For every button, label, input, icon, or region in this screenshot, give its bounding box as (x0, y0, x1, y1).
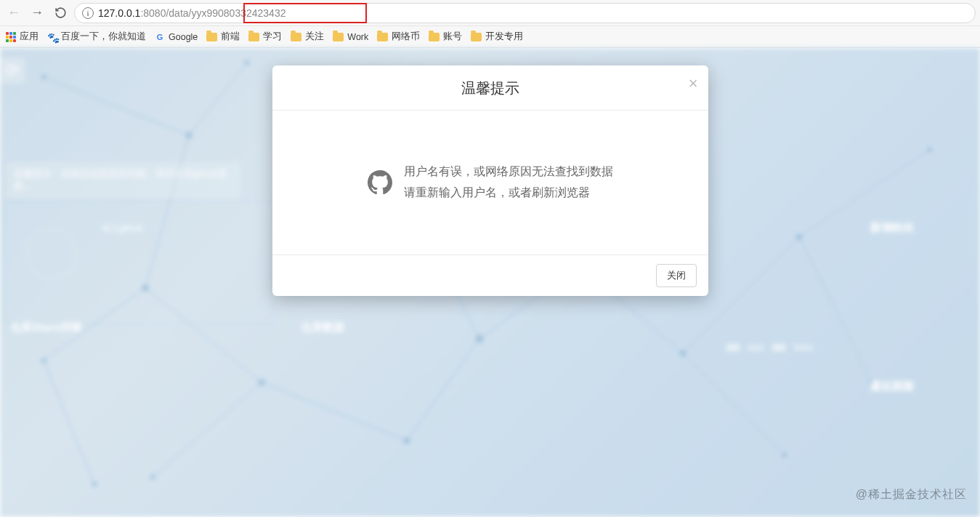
close-icon: × (689, 74, 698, 92)
bookmark-folder[interactable]: 账号 (429, 31, 462, 43)
bookmark-label: 账号 (443, 31, 462, 43)
bookmark-folder[interactable]: 学习 (248, 31, 282, 43)
bookmark-label: 关注 (305, 31, 324, 43)
bookmark-folder[interactable]: 开发专用 (471, 31, 523, 43)
modal-close-button[interactable]: × (689, 76, 698, 92)
bookmark-label: 前端 (221, 31, 240, 43)
browser-nav-bar: ← → i 127.0.0.1:8080/data/yyx99080332423… (0, 0, 980, 26)
modal-dialog: 温馨提示 × 用户名有误，或网络原因无法查找到数据 请重新输入用户名，或者刷新浏… (272, 65, 708, 296)
back-button[interactable]: ← (4, 4, 23, 23)
apps-grid-icon (6, 32, 16, 42)
bookmarks-bar: 应用 🐾 百度一下，你就知道 G Google 前端 学习 关注 Work 网络… (0, 26, 980, 48)
address-bar[interactable]: i 127.0.0.1:8080/data/yyx99080332423432 (74, 3, 976, 23)
modal-message: 用户名有误，或网络原因无法查找到数据 请重新输入用户名，或者刷新浏览器 (404, 161, 613, 204)
folder-icon (333, 33, 344, 41)
google-icon: G (155, 32, 165, 42)
bookmark-folder[interactable]: 网络币 (377, 31, 420, 43)
bookmark-folder[interactable]: Work (333, 32, 368, 42)
folder-icon (377, 33, 388, 41)
forward-button[interactable]: → (28, 4, 46, 23)
watermark: @稀土掘金技术社区 (856, 487, 967, 502)
site-info-icon[interactable]: i (82, 7, 94, 19)
bookmark-label: 网络币 (392, 31, 420, 43)
bookmark-label: Google (169, 32, 198, 42)
bookmark-folder[interactable]: 前端 (206, 31, 240, 43)
folder-icon (206, 33, 217, 41)
modal-header: 温馨提示 × (272, 65, 708, 111)
url-text: 127.0.0.1:8080/data/yyx99080332423432 (98, 7, 286, 19)
bookmark-label: Work (347, 32, 368, 42)
bookmark-item[interactable]: G Google (155, 32, 198, 42)
baidu-icon: 🐾 (47, 32, 57, 42)
folder-icon (291, 33, 301, 41)
folder-icon (471, 33, 482, 41)
modal-line2: 请重新输入用户名，或者刷新浏览器 (404, 183, 613, 204)
modal-body: 用户名有误，或网络原因无法查找到数据 请重新输入用户名，或者刷新浏览器 (272, 111, 708, 255)
bookmark-label: 百度一下，你就知道 (61, 31, 146, 43)
modal-line1: 用户名有误，或网络原因无法查找到数据 (404, 161, 613, 183)
bookmark-label: 开发专用 (485, 31, 523, 43)
modal-title: 温馨提示 (461, 80, 519, 96)
apps-label: 应用 (20, 31, 39, 43)
reload-button[interactable] (51, 4, 70, 23)
apps-button[interactable]: 应用 (6, 31, 39, 43)
bookmark-item[interactable]: 🐾 百度一下，你就知道 (47, 31, 146, 43)
bookmark-label: 学习 (263, 31, 282, 43)
folder-icon (429, 33, 440, 41)
modal-footer: 关闭 (272, 255, 708, 296)
github-icon (368, 170, 392, 195)
folder-icon (248, 33, 259, 41)
modal-close-footer-button[interactable]: 关闭 (656, 264, 697, 287)
bookmark-folder[interactable]: 关注 (291, 31, 324, 43)
